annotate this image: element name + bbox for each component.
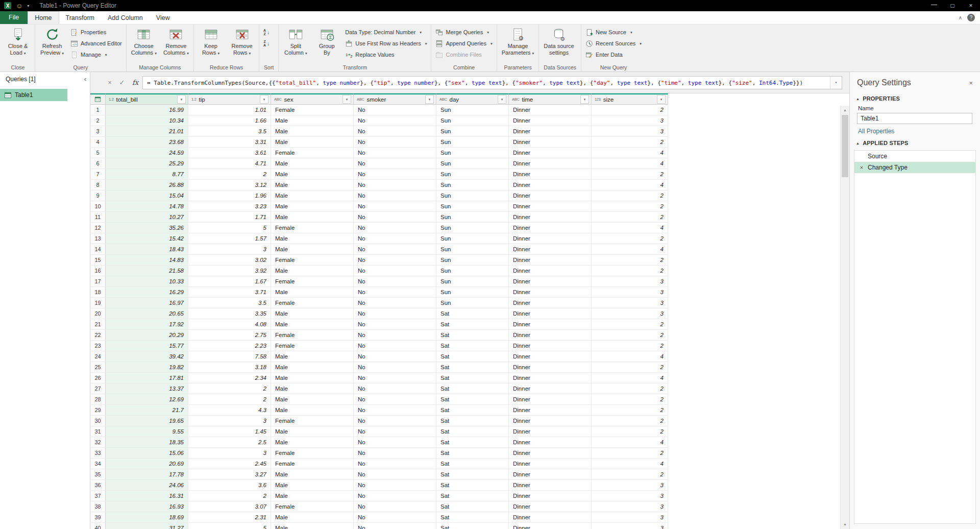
keep-rows-button[interactable]: Keep Rows▾ [195, 25, 226, 63]
column-header-total_bill[interactable]: 1.2total_bill▾ [106, 93, 188, 105]
cell-smoker[interactable]: No [354, 148, 436, 158]
row-number[interactable]: 12 [90, 223, 106, 233]
cell-size[interactable]: 4 [592, 459, 668, 469]
cell-sex[interactable]: Male [271, 201, 354, 212]
cell-time[interactable]: Dinner [509, 115, 592, 126]
cell-tip[interactable]: 3.61 [188, 148, 271, 158]
cell-smoker[interactable]: No [354, 126, 436, 137]
cell-sex[interactable]: Male [271, 287, 354, 298]
cell-day[interactable]: Sat [436, 523, 509, 529]
applied-step-source[interactable]: ×Source [854, 151, 975, 162]
cell-total_bill[interactable]: 16.31 [106, 491, 188, 501]
cell-sex[interactable]: Male [271, 373, 354, 383]
cell-sex[interactable]: Male [271, 212, 354, 223]
cell-total_bill[interactable]: 10.33 [106, 276, 188, 287]
row-number[interactable]: 2 [90, 115, 106, 126]
cell-smoker[interactable]: No [354, 351, 436, 362]
cell-time[interactable]: Dinner [509, 126, 592, 137]
cell-total_bill[interactable]: 16.29 [106, 287, 188, 298]
append-queries-button[interactable]: Append Queries ▾ [433, 38, 495, 49]
cell-day[interactable]: Sat [436, 448, 509, 459]
cell-time[interactable]: Dinner [509, 190, 592, 201]
cell-tip[interactable]: 3.5 [188, 126, 271, 137]
cell-smoker[interactable]: No [354, 255, 436, 266]
all-properties-link[interactable]: All Properties [850, 124, 980, 136]
cell-tip[interactable]: 2.34 [188, 373, 271, 383]
cell-smoker[interactable]: No [354, 373, 436, 383]
cell-tip[interactable]: 3 [188, 416, 271, 426]
cell-day[interactable]: Sat [436, 512, 509, 523]
choose-columns-button[interactable]: Choose Columns▾ [128, 25, 160, 63]
cell-time[interactable]: Dinner [509, 437, 592, 448]
cell-time[interactable]: Dinner [509, 373, 592, 383]
cell-total_bill[interactable]: 18.35 [106, 437, 188, 448]
cell-size[interactable]: 4 [592, 244, 668, 255]
cell-sex[interactable]: Male [271, 469, 354, 480]
maximize-button[interactable]: □ [943, 0, 962, 11]
cell-size[interactable]: 2 [592, 469, 668, 480]
cell-total_bill[interactable]: 26.88 [106, 180, 188, 190]
feedback-smiley-icon[interactable]: ☺ [16, 3, 22, 9]
properties-section-header[interactable]: ▲ PROPERTIES [850, 91, 980, 104]
cell-sex[interactable]: Male [271, 180, 354, 190]
cell-size[interactable]: 2 [592, 190, 668, 201]
cell-time[interactable]: Dinner [509, 148, 592, 158]
cell-size[interactable]: 2 [592, 362, 668, 373]
cell-time[interactable]: Dinner [509, 255, 592, 266]
cell-day[interactable]: Sun [436, 180, 509, 190]
cell-time[interactable]: Dinner [509, 158, 592, 169]
cell-total_bill[interactable]: 17.81 [106, 373, 188, 383]
cell-total_bill[interactable]: 12.69 [106, 394, 188, 405]
cell-day[interactable]: Sun [436, 255, 509, 266]
cell-size[interactable]: 2 [592, 448, 668, 459]
cell-total_bill[interactable]: 14.78 [106, 201, 188, 212]
cell-total_bill[interactable]: 15.42 [106, 233, 188, 244]
cell-tip[interactable]: 7.58 [188, 351, 271, 362]
cell-smoker[interactable]: No [354, 244, 436, 255]
cell-day[interactable]: Sun [436, 201, 509, 212]
cell-size[interactable]: 2 [592, 201, 668, 212]
cell-tip[interactable]: 3.18 [188, 362, 271, 373]
cell-time[interactable]: Dinner [509, 394, 592, 405]
cell-time[interactable]: Dinner [509, 212, 592, 223]
cell-sex[interactable]: Female [271, 255, 354, 266]
row-number[interactable]: 40 [90, 523, 106, 529]
cell-tip[interactable]: 2 [188, 383, 271, 394]
cell-size[interactable]: 3 [592, 480, 668, 491]
row-number[interactable]: 29 [90, 405, 106, 416]
cell-total_bill[interactable]: 15.77 [106, 341, 188, 351]
cell-smoker[interactable]: No [354, 405, 436, 416]
cell-smoker[interactable]: No [354, 190, 436, 201]
split-column-button[interactable]: Split Column▾ [280, 25, 311, 63]
cell-total_bill[interactable]: 19.82 [106, 362, 188, 373]
cell-total_bill[interactable]: 8.77 [106, 169, 188, 180]
remove-columns-button[interactable]: Remove Columns▾ [160, 25, 192, 63]
cell-size[interactable]: 2 [592, 341, 668, 351]
cell-smoker[interactable]: No [354, 330, 436, 341]
row-number[interactable]: 26 [90, 373, 106, 383]
cell-tip[interactable]: 1.66 [188, 115, 271, 126]
filter-button[interactable]: ▾ [260, 95, 268, 104]
cell-day[interactable]: Sat [436, 330, 509, 341]
cell-time[interactable]: Dinner [509, 266, 592, 276]
cell-sex[interactable]: Male [271, 480, 354, 491]
cell-tip[interactable]: 3.92 [188, 266, 271, 276]
cell-time[interactable]: Dinner [509, 201, 592, 212]
cell-smoker[interactable]: No [354, 459, 436, 469]
cell-day[interactable]: Sun [436, 244, 509, 255]
cell-total_bill[interactable]: 16.97 [106, 298, 188, 308]
row-number[interactable]: 35 [90, 469, 106, 480]
cell-tip[interactable]: 3.31 [188, 137, 271, 148]
cell-size[interactable]: 2 [592, 233, 668, 244]
cell-tip[interactable]: 1.71 [188, 212, 271, 223]
cell-day[interactable]: Sat [436, 383, 509, 394]
cell-tip[interactable]: 1.67 [188, 276, 271, 287]
row-number[interactable]: 22 [90, 330, 106, 341]
cell-sex[interactable]: Female [271, 105, 354, 115]
cell-tip[interactable]: 1.57 [188, 233, 271, 244]
data-source-settings-button[interactable]: Data source settings [541, 25, 577, 63]
cell-smoker[interactable]: No [354, 416, 436, 426]
cell-sex[interactable]: Male [271, 244, 354, 255]
cell-time[interactable]: Dinner [509, 223, 592, 233]
cell-day[interactable]: Sun [436, 158, 509, 169]
